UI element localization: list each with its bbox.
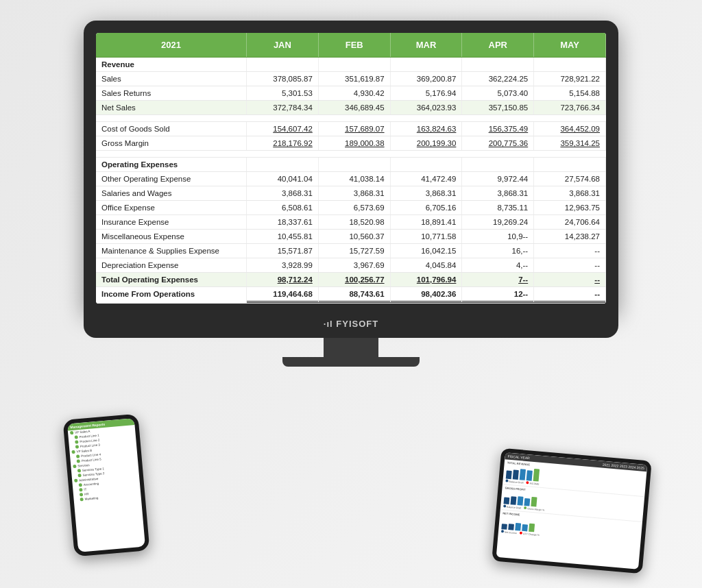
row-may: -- — [534, 244, 606, 258]
scene: 2021 JAN FEB MAR APR MAY Revenue — [0, 0, 702, 588]
monitor-screen: 2021 JAN FEB MAR APR MAY Revenue — [96, 33, 606, 304]
row-may: 728,921.22 — [534, 72, 606, 86]
table-row: Salaries and Wages 3,868.31 3,868.31 3,8… — [96, 186, 606, 201]
col-jan: JAN — [247, 33, 319, 57]
bar — [517, 496, 523, 506]
brand-text: ·ıl FYISOFT — [324, 319, 378, 329]
table-row: Other Operating Expense 40,041.04 41,038… — [96, 172, 606, 186]
row-mar: 369,200.87 — [391, 72, 463, 86]
row-feb: 41,038.14 — [319, 172, 391, 186]
row-label: Other Operating Expense — [96, 172, 247, 186]
row-feb: 4,930.42 — [319, 86, 391, 100]
row-apr: 4,-- — [462, 258, 534, 272]
bar — [531, 497, 537, 507]
tree-dot — [75, 435, 78, 439]
row-jan: 378,085.87 — [247, 72, 319, 86]
spacer-row — [96, 115, 606, 122]
row-feb: 3,868.31 — [319, 186, 391, 200]
bar — [524, 498, 530, 506]
row-may: 27,574.68 — [534, 172, 606, 186]
row-mar: 4,045.84 — [391, 258, 463, 272]
bar — [504, 497, 510, 504]
col-feb: FEB — [319, 33, 391, 57]
operating-expenses-header: Operating Expenses — [96, 158, 606, 172]
tree-dot — [79, 488, 82, 491]
row-may: 359,314.25 — [534, 136, 606, 150]
row-mar: 101,796.94 — [391, 273, 463, 286]
row-mar: 364,023.93 — [391, 101, 463, 114]
row-label: Office Expense — [96, 201, 247, 215]
row-apr: 19,269.24 — [462, 215, 534, 229]
row-jan: 3,868.31 — [247, 186, 319, 200]
row-label: Sales — [96, 72, 247, 86]
row-jan: 6,508.61 — [247, 201, 319, 215]
row-label: Cost of Goods Sold — [96, 122, 247, 136]
row-feb: 3,967.69 — [319, 258, 391, 272]
income-operations-label: Income From Operations — [96, 287, 247, 303]
row-may: -- — [534, 287, 606, 303]
row-label: Insurance Expense — [96, 215, 247, 229]
table-row: Insurance Expense 18,337.61 18,520.98 18… — [96, 215, 606, 230]
row-jan: 98,712.24 — [247, 273, 319, 286]
row-may: -- — [534, 273, 606, 286]
revenue-label: Revenue — [96, 58, 247, 71]
row-jan: 5,301.53 — [247, 86, 319, 100]
income-operations-row: Income From Operations 119,464.68 88,743… — [96, 287, 606, 304]
spreadsheet-header-row: 2021 JAN FEB MAR APR MAY — [96, 33, 606, 58]
table-row: Sales Returns 5,301.53 4,930.42 5,176.94… — [96, 86, 606, 101]
row-jan: 18,337.61 — [247, 215, 319, 229]
bar — [533, 469, 540, 482]
row-feb: 18,520.98 — [319, 215, 391, 229]
row-jan: 15,571.87 — [247, 244, 319, 258]
tree-dot — [79, 483, 82, 487]
row-feb: 157,689.07 — [319, 122, 391, 136]
row-may: 5,154.88 — [534, 86, 606, 100]
bar — [522, 524, 528, 532]
row-feb: 346,689.45 — [319, 101, 391, 114]
table-row: Maintenance & Supplies Expense 15,571.87… — [96, 244, 606, 258]
monitor-bezel: 2021 JAN FEB MAR APR MAY Revenue — [84, 21, 618, 312]
row-feb: 100,256.77 — [319, 273, 391, 286]
row-mar: 16,042.15 — [391, 244, 463, 258]
row-jan: 10,455.81 — [247, 230, 319, 243]
col-may: MAY — [534, 33, 606, 57]
bar — [508, 524, 514, 530]
table-row: Miscellaneous Expense 10,455.81 10,560.3… — [96, 230, 606, 244]
row-feb: 10,560.37 — [319, 230, 391, 243]
row-jan: 218,176.92 — [247, 136, 319, 150]
row-label: Depreciation Expense — [96, 258, 247, 272]
bar — [506, 470, 512, 479]
row-jan: 119,464.68 — [247, 287, 319, 303]
row-apr: 200,775.36 — [462, 136, 534, 150]
row-mar: 200,199.30 — [391, 136, 463, 150]
table-row: Office Expense 6,508.61 6,573.69 6,705.1… — [96, 201, 606, 215]
row-mar: 98,402.36 — [391, 287, 463, 303]
row-label: Net Sales — [96, 101, 247, 114]
row-may: 3,868.31 — [534, 186, 606, 200]
row-apr: 3,868.31 — [462, 186, 534, 200]
table-row: Net Sales 372,784.34 346,689.45 364,023.… — [96, 101, 606, 115]
phone-screen: Management Reports VP Sales A Product Li… — [67, 418, 145, 552]
row-feb: 351,619.87 — [319, 72, 391, 86]
row-apr: 156,375.49 — [462, 122, 534, 136]
row-jan: 372,784.34 — [247, 101, 319, 114]
row-feb: 88,743.61 — [319, 287, 391, 303]
monitor: 2021 JAN FEB MAR APR MAY Revenue — [84, 21, 618, 367]
col-year: 2021 — [96, 33, 247, 57]
bar — [526, 470, 533, 481]
row-mar: 41,472.49 — [391, 172, 463, 186]
bar — [520, 469, 526, 480]
bar — [515, 523, 521, 531]
operating-expenses-label: Operating Expenses — [96, 158, 247, 171]
row-mar: 163,824.63 — [391, 122, 463, 136]
tree-dot — [75, 445, 79, 448]
row-jan: 3,928.99 — [247, 258, 319, 272]
row-apr: 16,-- — [462, 244, 534, 258]
total-operating-label: Total Operating Expenses — [96, 273, 247, 286]
row-label: Miscellaneous Expense — [96, 230, 247, 243]
row-apr: 8,735.11 — [462, 201, 534, 215]
monitor-brand: ·ıl FYISOFT — [84, 312, 618, 338]
tree-dot — [80, 498, 83, 501]
tree-dot — [77, 459, 80, 463]
tree-dot — [73, 465, 76, 468]
